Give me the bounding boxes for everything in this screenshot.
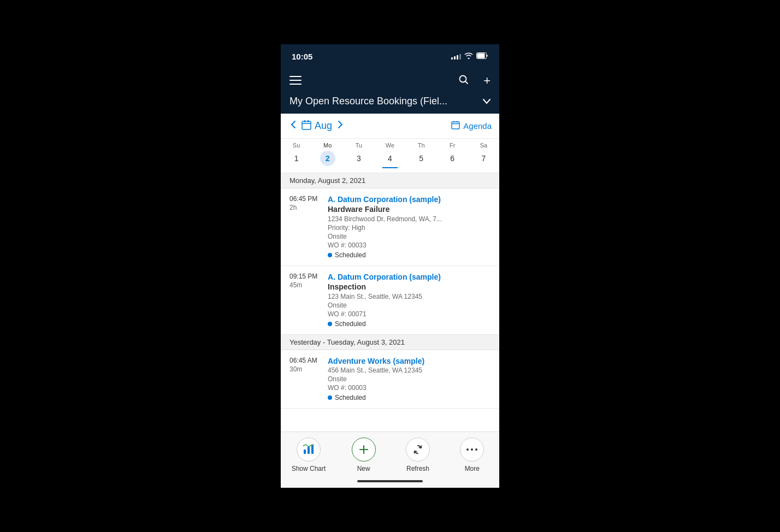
booking-wo-2: WO #: 00071 [328,310,491,318]
home-bar [357,480,423,482]
day-name-th: Th [418,142,425,149]
status-dot-2 [328,322,332,326]
status-icons [451,51,488,61]
new-icon-circle [352,438,376,462]
day-num-we: 4 [382,151,398,166]
day-col-fr[interactable]: Fr 6 [437,139,468,173]
booking-address-1: 1234 Birchwood Dr, Redmond, WA, 7... [328,215,491,223]
day-name-mo: Mo [323,142,332,149]
booking-time-col-1: 06:45 PM 2h [289,195,328,259]
calendar-icon [302,120,311,132]
booking-company-1: A. Datum Corporation (sample) [328,195,491,204]
battery-icon [476,51,488,61]
signal-icon [451,53,461,60]
day-name-fr: Fr [450,142,455,149]
booking-details-1: A. Datum Corporation (sample) Hardware F… [328,195,491,259]
agenda-calendar-icon [451,121,460,132]
booking-status-1: Scheduled [328,251,491,259]
day-col-mo[interactable]: Mo 2 [312,139,343,173]
booking-status-2: Scheduled [328,320,491,328]
booking-status-label-3: Scheduled [335,394,366,401]
day-col-tu[interactable]: Tu 3 [343,139,374,173]
day-num-mo: 2 [320,151,335,166]
calendar-left-nav: Aug [288,119,345,133]
booking-time-2: 09:15 PM [289,273,328,280]
booking-time-3: 06:45 AM [289,357,328,364]
booking-type-2: Onsite [328,302,491,309]
svg-rect-4 [289,84,302,85]
more-label: More [465,465,480,472]
show-chart-icon-circle [297,438,321,462]
day-num-sa: 7 [476,151,491,166]
day-num-fr: 6 [445,151,460,166]
booking-details-3: Adventure Works (sample) 456 Main St., S… [328,357,491,401]
booking-type-1: Onsite [328,233,491,240]
svg-point-16 [471,448,473,451]
booking-status-label-1: Scheduled [335,251,366,259]
booking-title-1: Hardware Failure [328,205,491,214]
svg-rect-14 [311,445,314,454]
status-dot-3 [328,395,332,400]
booking-wo-3: WO #: 00003 [328,384,491,392]
svg-rect-2 [289,76,302,77]
day-num-tu: 3 [351,151,367,166]
phone-frame: 10:05 [281,44,499,488]
date-header-1: Monday, August 2, 2021 [281,173,499,188]
new-label: New [357,465,370,472]
page-title: My Open Resource Bookings (Fiel... [289,96,480,107]
booking-item-2[interactable]: 09:15 PM 45m A. Datum Corporation (sampl… [281,266,499,335]
booking-item-3[interactable]: 06:45 AM 30m Adventure Works (sample) 45… [281,350,499,409]
booking-title-2: Inspection [328,282,491,291]
home-indicator [281,477,499,488]
svg-point-17 [475,448,477,451]
day-num-th: 5 [413,151,429,166]
status-dot-1 [328,253,332,257]
search-icon[interactable] [458,74,469,88]
chevron-down-icon[interactable] [483,97,491,107]
day-name-we: We [386,142,394,149]
calendar-next-arrow[interactable] [335,119,345,133]
calendar-right-nav[interactable]: Agenda [451,121,492,132]
booking-priority-1: Priority: High [328,224,491,232]
refresh-icon-circle [406,438,430,462]
booking-item-1[interactable]: 06:45 PM 2h A. Datum Corporation (sample… [281,188,499,266]
more-button[interactable]: More [456,438,488,472]
wifi-icon [464,52,473,61]
svg-rect-9 [452,122,459,129]
day-name-tu: Tu [356,142,362,149]
show-chart-button[interactable]: Show Chart [292,438,326,472]
day-col-we[interactable]: We 4 [374,139,405,173]
booking-duration-3: 30m [289,365,328,373]
svg-rect-10 [454,121,455,122]
svg-point-15 [466,448,469,451]
bottom-toolbar: Show Chart New Refresh [281,431,499,477]
date-header-2: Yesterday - Tuesday, August 3, 2021 [281,335,499,350]
week-days: Su 1 Mo 2 Tu 3 We 4 Th 5 Fr 6 Sa 7 [281,139,499,173]
calendar-prev-arrow[interactable] [288,119,298,133]
hamburger-icon[interactable] [289,75,302,87]
day-col-th[interactable]: Th 5 [406,139,437,173]
more-icon-circle [460,438,484,462]
booking-address-2: 123 Main St., Seattle, WA 12345 [328,293,491,300]
booking-company-3: Adventure Works (sample) [328,357,491,365]
svg-rect-13 [308,447,310,454]
new-button[interactable]: New [347,438,380,472]
header-title-row: My Open Resource Bookings (Fiel... [281,93,499,114]
day-col-sa[interactable]: Sa 7 [468,139,499,173]
booking-status-3: Scheduled [328,394,491,401]
status-time: 10:05 [292,52,312,61]
refresh-button[interactable]: Refresh [401,438,434,472]
booking-details-2: A. Datum Corporation (sample) Inspection… [328,273,491,328]
booking-type-3: Onsite [328,375,491,383]
agenda-label: Agenda [463,121,492,131]
day-col-su[interactable]: Su 1 [281,139,312,173]
svg-rect-3 [289,80,302,81]
svg-rect-11 [457,121,458,122]
show-chart-label: Show Chart [292,465,326,472]
status-bar: 10:05 [281,44,499,68]
add-icon[interactable]: + [483,74,491,88]
booking-time-col-2: 09:15 PM 45m [289,273,328,328]
booking-list: Monday, August 2, 2021 06:45 PM 2h A. Da… [281,173,499,431]
booking-duration-2: 45m [289,281,328,289]
refresh-label: Refresh [406,465,429,472]
